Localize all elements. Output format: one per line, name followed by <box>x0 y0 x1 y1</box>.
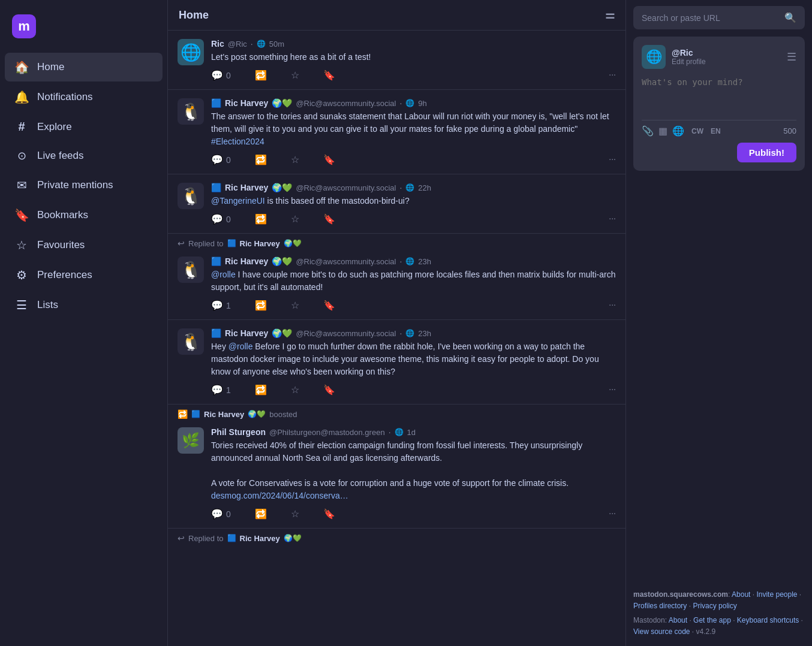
boost-button[interactable]: 🔁 <box>255 300 267 311</box>
post-time: 22h <box>418 183 431 192</box>
sidebar-item-favourites[interactable]: ☆ Favourites <box>5 231 163 259</box>
star-icon: ☆ <box>291 70 299 81</box>
post-author-name: Ric Harvey <box>225 98 268 108</box>
reply-icon: 💬 <box>211 384 223 396</box>
post-content: 🟦 Ric Harvey 🌍💚 @Ric@awscommunity.social… <box>211 183 616 225</box>
home-icon: 🏠 <box>14 60 29 74</box>
about-link[interactable]: About <box>732 590 750 599</box>
language-selector[interactable]: EN <box>711 127 721 135</box>
sidebar-item-bookmarks[interactable]: 🔖 Bookmarks <box>5 201 163 230</box>
post-author-name: Phil Sturgeon <box>211 427 266 437</box>
post-author-name: Ric Harvey <box>225 183 268 192</box>
favourite-button[interactable]: ☆ <box>291 300 299 311</box>
reply-button[interactable]: 💬 0 <box>211 154 231 165</box>
more-button[interactable]: ··· <box>609 213 616 225</box>
favourite-button[interactable]: ☆ <box>291 70 299 81</box>
table-row: 🐧 🟦 Ric Harvey 🌍💚 @Ric@awscommunity.soci… <box>168 174 625 234</box>
sidebar-item-label: Bookmarks <box>37 209 88 221</box>
attach-icon[interactable]: 📎 <box>642 125 654 137</box>
content-warning-button[interactable]: CW <box>689 126 706 137</box>
poll-icon[interactable]: ▦ <box>658 125 667 137</box>
reply-button[interactable]: 💬 1 <box>211 300 231 311</box>
profiles-directory-link[interactable]: Profiles directory <box>633 602 687 610</box>
bookmark-button[interactable]: 🔖 <box>323 213 335 225</box>
sidebar-item-explore[interactable]: # Explore <box>5 113 163 141</box>
sidebar-item-live-feeds[interactable]: ⊙ Live feeds <box>5 142 163 170</box>
reply-button[interactable]: 💬 0 <box>211 508 231 520</box>
more-button[interactable]: ··· <box>609 384 616 396</box>
post-actions: 💬 0 🔁 ☆ 🔖 ··· <box>211 70 616 81</box>
edit-profile-label[interactable]: Edit profile <box>672 58 706 66</box>
table-row: 🐧 🟦 Ric Harvey 🌍💚 @Ric@awscommunity.soci… <box>168 320 625 404</box>
globe-icon[interactable]: 🌐 <box>672 125 684 137</box>
reply-button[interactable]: 💬 0 <box>211 70 231 81</box>
filter-icon[interactable]: ⚌ <box>605 8 615 22</box>
bookmark-button[interactable]: 🔖 <box>323 154 335 165</box>
bookmark-button[interactable]: 🔖 <box>323 300 335 311</box>
reply-button[interactable]: 💬 0 <box>211 213 231 225</box>
bookmark-button[interactable]: 🔖 <box>323 508 335 520</box>
hashtag-link[interactable]: #Election2024 <box>211 137 264 146</box>
mention-link[interactable]: @rolle <box>211 270 236 279</box>
globe-icon: 🌐 <box>405 329 414 337</box>
sidebar-item-lists[interactable]: ☰ Lists <box>5 291 163 319</box>
more-button[interactable]: ··· <box>609 70 616 81</box>
get-the-app-link[interactable]: Get the app <box>693 616 731 624</box>
bookmark-icon: 🔖 <box>323 384 335 396</box>
mastodon-about-link[interactable]: About <box>669 616 687 624</box>
profile-menu-icon[interactable]: ☰ <box>787 50 796 64</box>
mention-link[interactable]: @TangerineUI <box>211 196 265 206</box>
boost-button[interactable]: 🔁 <box>255 213 267 225</box>
reply-button[interactable]: 💬 1 <box>211 384 231 396</box>
list-item: ↩ Replied to 🟦 Ric Harvey 🌍💚 🐧 🟦 Ric Har… <box>168 234 625 320</box>
post-content: 🟦 Ric Harvey 🌍💚 @Ric@awscommunity.social… <box>211 328 616 396</box>
post-author-handle: @Ric@awscommunity.social <box>296 329 396 338</box>
boost-icon: 🔁 <box>255 300 267 311</box>
table-row: 🌐 Ric @Ric · 🌐 50m Let's post something … <box>168 31 625 90</box>
favourite-button[interactable]: ☆ <box>291 213 299 225</box>
more-button[interactable]: ··· <box>609 154 616 165</box>
post-actions: 💬 1 🔁 ☆ 🔖 ··· <box>211 384 616 396</box>
compose-textarea[interactable] <box>642 77 796 113</box>
view-source-code-link[interactable]: View source code <box>633 627 690 636</box>
post-author-name: Ric <box>211 39 224 49</box>
reply-icon: 💬 <box>211 508 223 520</box>
keyboard-shortcuts-link[interactable]: Keyboard shortcuts <box>737 616 799 624</box>
bookmark-button[interactable]: 🔖 <box>323 384 335 396</box>
app-version: v4.2.9 <box>696 627 716 636</box>
sidebar-item-private-mentions[interactable]: ✉ Private mentions <box>5 171 163 200</box>
reply-icon: 💬 <box>211 70 223 81</box>
globe-icon: 🌐 <box>257 40 266 48</box>
more-button[interactable]: ··· <box>609 508 616 520</box>
sidebar-item-home[interactable]: 🏠 Home <box>5 53 163 81</box>
char-counter: 500 <box>783 126 796 135</box>
publish-button[interactable]: Publish! <box>737 143 796 162</box>
instance-name: mastodon.squarecows.com <box>633 590 728 599</box>
sidebar-item-preferences[interactable]: ⚙ Preferences <box>5 261 163 289</box>
avatar: 🐧 <box>178 98 204 125</box>
boost-button[interactable]: 🔁 <box>255 70 267 81</box>
sidebar-item-notifications[interactable]: 🔔 Notifications <box>5 83 163 111</box>
favourite-button[interactable]: ☆ <box>291 384 299 396</box>
more-button[interactable]: ··· <box>609 300 616 311</box>
post-author-name: Ric Harvey <box>225 328 268 338</box>
favourite-button[interactable]: ☆ <box>291 508 299 520</box>
boost-button[interactable]: 🔁 <box>255 154 267 165</box>
boost-button[interactable]: 🔁 <box>255 384 267 396</box>
star-icon: ☆ <box>291 508 299 520</box>
avatar: 🐧 <box>178 256 204 283</box>
star-icon: ☆ <box>291 300 299 311</box>
post-badges: 🟦 <box>211 256 221 266</box>
bookmark-button[interactable]: 🔖 <box>323 70 335 81</box>
invite-people-link[interactable]: Invite people <box>756 590 797 599</box>
search-input[interactable] <box>642 13 780 23</box>
privacy-policy-link[interactable]: Privacy policy <box>693 602 736 610</box>
avatar: 🐧 <box>178 328 204 355</box>
feed-title: Home <box>179 9 209 22</box>
mention-link[interactable]: @rolle <box>228 342 253 351</box>
favourite-button[interactable]: ☆ <box>291 154 299 165</box>
external-link[interactable]: desmog.com/2024/06/14/conserva… <box>211 491 348 500</box>
mail-icon: ✉ <box>14 178 29 192</box>
boost-button[interactable]: 🔁 <box>255 508 267 520</box>
post-badges: 🌍💚 <box>272 183 292 192</box>
